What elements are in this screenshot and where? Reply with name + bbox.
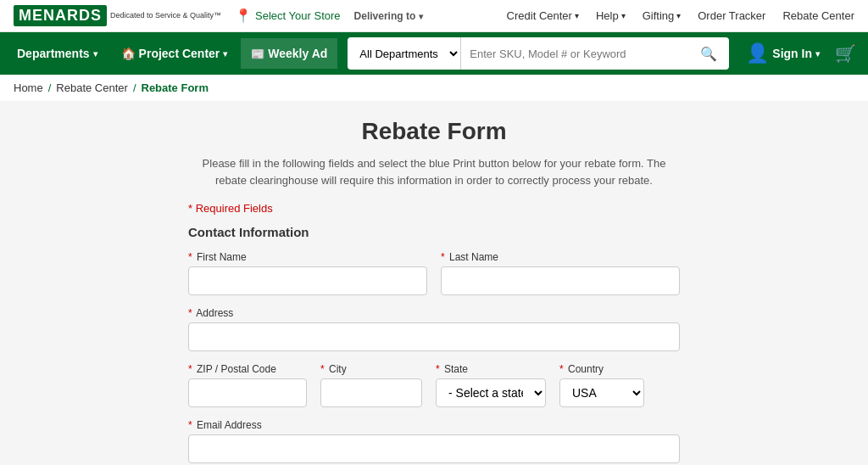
menards-logo: MENARDS	[14, 5, 107, 26]
gifting-link[interactable]: Gifting ▾	[643, 9, 682, 22]
breadcrumb-separator-2: /	[133, 81, 136, 94]
chevron-down-icon: ▾	[93, 49, 97, 59]
address-input[interactable]	[188, 322, 680, 351]
breadcrumb-current: Rebate Form	[142, 81, 209, 94]
country-select[interactable]: USA Canada	[559, 378, 644, 407]
departments-nav[interactable]: Departments ▾	[7, 38, 108, 69]
zip-input[interactable]	[188, 378, 307, 407]
first-name-input[interactable]	[188, 266, 427, 295]
email-input[interactable]	[188, 434, 680, 463]
chevron-down-icon: ▾	[575, 11, 579, 20]
breadcrumb-separator-1: /	[48, 81, 52, 94]
store-selector[interactable]: 📍 Select Your Store	[235, 8, 340, 24]
section-title: Contact Information	[188, 225, 680, 239]
search-button[interactable]: 🔍	[688, 37, 729, 70]
chevron-down-icon: ▾	[621, 11, 626, 20]
user-icon: 👤	[746, 42, 769, 64]
page-content: Rebate Form Please fill in the following…	[0, 101, 868, 465]
first-name-group: * First Name	[188, 251, 427, 295]
form-description: Please fill in the following fields and …	[188, 155, 680, 188]
logo-tagline: Dedicated to Service & Quality™	[110, 12, 221, 20]
project-center-nav[interactable]: 🏠 Project Center ▾	[111, 38, 238, 69]
chevron-down-icon: ▾	[676, 11, 681, 20]
store-selector-label: Select Your Store	[255, 9, 340, 22]
top-bar-left: MENARDS Dedicated to Service & Quality™ …	[14, 5, 423, 26]
required-note: * Required Fields	[188, 202, 680, 215]
zip-label: * ZIP / Postal Code	[188, 363, 307, 375]
search-area: All Departments 🔍	[348, 37, 729, 70]
state-select[interactable]: - Select a state - AlabamaAlaskaArizonaA…	[436, 378, 546, 407]
breadcrumb-home[interactable]: Home	[14, 81, 43, 94]
location-row: * ZIP / Postal Code * City * State - Sel	[188, 363, 680, 407]
cart-icon[interactable]: 🛒	[830, 38, 861, 69]
city-input[interactable]	[320, 378, 422, 407]
country-label: * Country	[559, 363, 644, 375]
sign-in-area[interactable]: 👤 Sign In ▾	[739, 37, 826, 70]
form-title: Rebate Form	[188, 118, 680, 145]
zip-group: * ZIP / Postal Code	[188, 363, 307, 407]
last-name-input[interactable]	[441, 266, 680, 295]
chevron-down-icon: ▾	[815, 49, 820, 59]
address-label: * Address	[188, 307, 680, 319]
form-container: Rebate Form Please fill in the following…	[188, 118, 680, 465]
top-bar: MENARDS Dedicated to Service & Quality™ …	[0, 0, 868, 32]
main-nav: Departments ▾ 🏠 Project Center ▾ 📰 Weekl…	[0, 32, 868, 75]
rebate-center-link[interactable]: Rebate Center	[782, 9, 854, 22]
chevron-down-icon[interactable]: ▾	[419, 12, 423, 21]
credit-center-link[interactable]: Credit Center ▾	[507, 9, 579, 22]
order-tracker-link[interactable]: Order Tracker	[698, 9, 765, 22]
logo-area: MENARDS Dedicated to Service & Quality™	[14, 5, 221, 26]
country-group: * Country USA Canada	[559, 363, 644, 407]
address-row: * Address	[188, 307, 680, 351]
delivering-to: Delivering to ▾	[354, 10, 423, 22]
last-name-label: * Last Name	[441, 251, 680, 263]
help-link[interactable]: Help ▾	[596, 9, 626, 22]
weekly-ad-nav[interactable]: 📰 Weekly Ad	[241, 38, 337, 69]
state-group: * State - Select a state - AlabamaAlaska…	[436, 363, 546, 407]
last-name-group: * Last Name	[441, 251, 680, 295]
top-bar-right: Credit Center ▾ Help ▾ Gifting ▾ Order T…	[507, 9, 854, 22]
email-group: * Email Address	[188, 419, 680, 463]
breadcrumb-rebate-center[interactable]: Rebate Center	[56, 81, 128, 94]
sign-in-label: Sign In	[772, 47, 812, 60]
department-select[interactable]: All Departments	[348, 37, 461, 70]
address-group: * Address	[188, 307, 680, 351]
name-row: * First Name * Last Name	[188, 251, 680, 295]
first-name-label: * First Name	[188, 251, 427, 263]
project-center-icon: 🏠	[121, 47, 136, 60]
city-group: * City	[320, 363, 422, 407]
email-label: * Email Address	[188, 419, 680, 431]
location-icon: 📍	[235, 8, 252, 24]
weekly-ad-icon: 📰	[251, 48, 264, 60]
chevron-down-icon: ▾	[223, 49, 227, 59]
breadcrumb: Home / Rebate Center / Rebate Form	[0, 75, 868, 101]
city-label: * City	[320, 363, 422, 375]
state-label: * State	[436, 363, 546, 375]
search-input[interactable]	[461, 37, 688, 70]
email-row: * Email Address	[188, 419, 680, 463]
